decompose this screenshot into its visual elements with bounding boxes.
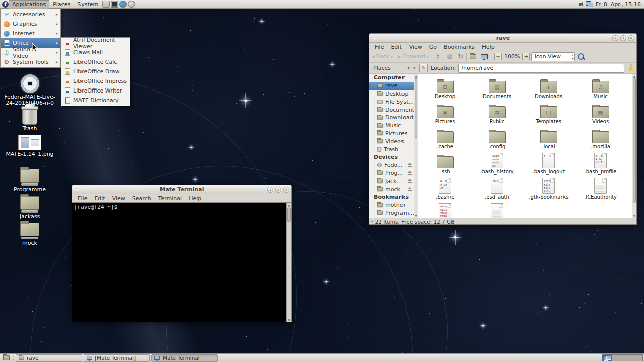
file-desktop[interactable]: ⊡Desktop xyxy=(419,76,471,101)
resize-grip-icon[interactable]: ⋰ xyxy=(630,219,634,224)
help-launcher-icon[interactable] xyxy=(128,1,135,8)
file-music[interactable]: ♫Music xyxy=(575,76,626,101)
sidebar-item-pictures[interactable]: Pictures xyxy=(369,130,414,138)
stop-button[interactable] xyxy=(447,54,452,59)
terminal-titlebar[interactable]: Mate Terminal ∨ ∧ ✕ xyxy=(72,185,291,194)
scroll-down-icon[interactable]: ▼ xyxy=(414,214,418,217)
clock[interactable]: Fr. 8. Apr., 15:16 xyxy=(596,1,641,8)
forward-dropdown-icon[interactable]: ▾ xyxy=(427,54,429,59)
desktop-icon-trash[interactable]: Trash xyxy=(2,108,57,132)
file-config[interactable]: .config xyxy=(471,126,523,151)
file-view-scrollbar[interactable]: ▲ ▼ xyxy=(632,74,636,218)
caja-titlebar[interactable]: rave ∨ ∧ ✕ xyxy=(369,34,636,43)
up-button[interactable]: ↑ xyxy=(435,53,440,60)
location-edit-toggle-button[interactable]: ✎ xyxy=(419,64,428,72)
desktop-icon-programme[interactable]: Programme xyxy=(2,169,57,193)
scrollbar-thumb[interactable] xyxy=(287,208,291,222)
forward-arrow-icon[interactable]: ▸ xyxy=(398,53,401,60)
sidebar-item-desktop[interactable]: Desktop xyxy=(369,90,414,98)
workspace-3[interactable] xyxy=(622,355,632,361)
places-dropdown-icon[interactable]: ▾ xyxy=(407,66,409,70)
sidebar-item-mock-device[interactable]: mock xyxy=(369,185,414,193)
terminal-menu-edit[interactable]: Edit xyxy=(91,195,108,202)
desktop-icon-fedora-live-cd[interactable]: Fedora-MATE-Live-24-20160406-n-0 xyxy=(2,74,57,106)
menu-item-libreoffice-draw[interactable]: LibreOffice Draw xyxy=(62,67,129,76)
sidebar-item-filesystem[interactable]: File Syst... xyxy=(369,98,414,106)
terminal-menu-view[interactable]: View xyxy=(109,195,129,202)
fedora-logo-icon[interactable]: f xyxy=(2,1,9,8)
back-button[interactable]: Back xyxy=(376,53,390,60)
clear-location-icon[interactable] xyxy=(627,64,634,72)
home-button[interactable] xyxy=(470,54,476,59)
system-menu-button[interactable]: System xyxy=(74,0,102,9)
sidebar-item-programme-device[interactable]: Prog... xyxy=(369,169,414,177)
maximize-button[interactable]: ∧ xyxy=(275,187,281,193)
file-templates[interactable]: ▢Templates xyxy=(523,101,575,126)
minimize-button[interactable]: ∨ xyxy=(267,187,273,193)
menu-item-graphics[interactable]: Graphics ▸ xyxy=(1,19,60,29)
sidebar-item-videos[interactable]: Videos xyxy=(369,137,414,145)
file-hidden-plain[interactable] xyxy=(471,202,523,218)
desktop-icon-mate-png[interactable]: MATE-1.14_1.png xyxy=(2,135,57,157)
file-view[interactable]: ⊡Desktop ▤Documents ↓Downloads ♫Music ◉P… xyxy=(418,74,636,218)
applications-menu-button[interactable]: Applications xyxy=(9,0,49,9)
workspace-1[interactable] xyxy=(602,355,612,361)
menu-item-internet[interactable]: Internet ▸ xyxy=(1,29,60,38)
file-manager-launcher-icon[interactable] xyxy=(102,1,110,8)
sidebar-scrollbar[interactable]: ▲ ▼ xyxy=(414,74,418,218)
file-documents[interactable]: ▤Documents xyxy=(471,76,523,101)
refresh-button[interactable]: ↻ xyxy=(458,53,463,60)
view-mode-select[interactable]: Icon View ▴▾ xyxy=(531,52,575,61)
file-ssh[interactable]: .ssh xyxy=(419,151,471,176)
file-mozilla[interactable]: .mozilla xyxy=(575,126,626,151)
task-button-terminal-minimized[interactable]: [Mate Terminal] xyxy=(84,354,150,362)
menu-item-sound-video[interactable]: ♫ Sound & Video ▸ xyxy=(1,48,60,57)
task-button-rave[interactable]: rave xyxy=(16,354,82,362)
file-iceauthority[interactable]: .ICEauthority xyxy=(575,176,626,202)
scroll-up-icon[interactable]: ▲ xyxy=(632,74,636,78)
sidebar-item-documents[interactable]: Documents xyxy=(369,106,414,114)
file-gtk-bookmarks[interactable]: sftp file file file.gtk-bookmarks xyxy=(523,176,575,202)
firefox-launcher-icon[interactable] xyxy=(119,1,127,8)
file-pictures[interactable]: ◉Pictures xyxy=(419,101,471,126)
minimize-button[interactable]: ∨ xyxy=(612,35,618,41)
terminal-scrollbar[interactable]: ▲ ▼ xyxy=(286,203,291,322)
menu-item-libreoffice-writer[interactable]: LibreOffice Writer xyxy=(62,86,129,96)
caja-menu-help[interactable]: Help xyxy=(478,44,498,50)
back-dropdown-icon[interactable]: ▾ xyxy=(391,54,393,59)
terminal-menu-search[interactable]: Search xyxy=(129,195,155,202)
file-downloads[interactable]: ↓Downloads xyxy=(523,76,575,101)
sidebar-item-mother[interactable]: mother xyxy=(369,201,414,209)
sidebar-item-trash[interactable]: Trash xyxy=(369,145,414,153)
sidebar-item-program-bookmark[interactable]: Program... xyxy=(369,209,414,217)
file-bash-profile[interactable]: # .b # Ge if T.bash_profile xyxy=(575,151,626,176)
sidebar-close-icon[interactable]: ✕ xyxy=(412,66,416,71)
menu-item-accessories[interactable]: ✂ Accessories ▸ xyxy=(1,10,60,19)
terminal-menu-help[interactable]: Help xyxy=(185,195,205,202)
eject-icon[interactable] xyxy=(407,163,412,167)
zoom-in-button[interactable]: + xyxy=(522,53,530,60)
sidebar-item-jackass-device[interactable]: Jack... xyxy=(369,177,414,185)
file-local[interactable]: .local xyxy=(523,126,575,151)
task-button-terminal-active[interactable]: Mate Terminal xyxy=(151,354,218,362)
terminal-screen[interactable]: [rave@f24 ~]$ ▲ ▼ xyxy=(72,202,291,322)
file-cache[interactable]: .cache xyxy=(419,126,471,151)
file-esd-auth[interactable]: rAUc.esd_auth xyxy=(471,176,523,202)
caja-menu-bookmarks[interactable]: Bookmarks xyxy=(440,44,478,50)
sidebar-item-jackass-bookmark[interactable]: Jackass xyxy=(369,217,414,218)
forward-button[interactable]: Forward xyxy=(403,53,425,60)
sidebar-item-rave[interactable]: rave xyxy=(369,82,414,90)
eject-icon[interactable] xyxy=(407,187,412,192)
back-arrow-icon[interactable]: ◂ xyxy=(372,53,375,60)
window-menu-icon[interactable] xyxy=(76,189,79,191)
caja-menu-edit[interactable]: Edit xyxy=(387,44,405,50)
close-button[interactable]: ✕ xyxy=(283,187,289,193)
close-button[interactable]: ✕ xyxy=(628,35,634,41)
caja-menu-file[interactable]: File xyxy=(371,44,387,50)
terminal-menu-file[interactable]: File xyxy=(74,195,91,202)
menu-item-atril[interactable]: Atril Document Viewer xyxy=(62,38,129,48)
file-bash-logout[interactable]: # ~/.bash_logout xyxy=(523,151,575,176)
scroll-down-icon[interactable]: ▼ xyxy=(632,214,636,217)
file-bashrc[interactable]: # .b # So if T.bashrc xyxy=(419,176,471,202)
show-desktop-button[interactable] xyxy=(1,354,11,362)
